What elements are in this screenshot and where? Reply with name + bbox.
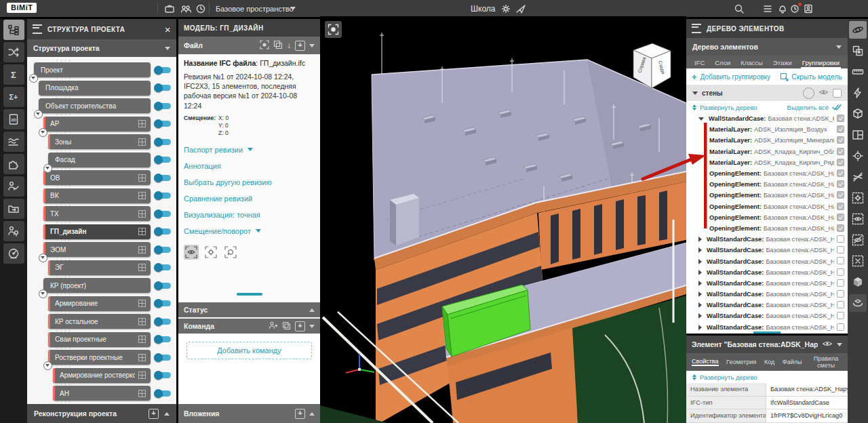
chevron-down-icon[interactable] xyxy=(837,343,842,346)
expand-icon[interactable] xyxy=(698,259,702,264)
select-all-link[interactable]: Выделить всё xyxy=(787,104,829,111)
grid-icon[interactable] xyxy=(138,390,146,397)
visibility-toggle[interactable] xyxy=(155,175,171,181)
close-icon[interactable]: × xyxy=(165,24,171,35)
plugins-tool-button[interactable] xyxy=(3,154,24,174)
tree-expander-icon[interactable] xyxy=(43,164,52,173)
tree-expander-icon[interactable] xyxy=(39,289,47,298)
tree-expander-icon[interactable] xyxy=(29,74,38,83)
grid-icon[interactable] xyxy=(138,138,146,146)
expand-tree-link[interactable]: Развернуть дерево xyxy=(700,104,757,111)
chevron-up-icon[interactable] xyxy=(309,412,315,416)
tree-row[interactable]: OpeningElement:Базовая стена:ADSK_Наружн… xyxy=(686,223,848,234)
tree-row[interactable]: MaterialLayer:ADSK_Изоляция_Минеральная_… xyxy=(686,135,848,146)
tree-row[interactable]: WallStandardCase:Базовая стена:ADSK_Нару… xyxy=(686,113,848,124)
row-checkbox[interactable] xyxy=(837,268,844,276)
reconstruction-section-bar[interactable]: Реконструкция проекта + xyxy=(27,404,176,423)
visibility-toggle[interactable] xyxy=(155,336,171,342)
shaded-view-button[interactable] xyxy=(849,273,867,291)
workspace-selector[interactable]: Базовое пространство xyxy=(216,0,294,17)
expand-icon[interactable] xyxy=(698,291,702,297)
dashboard-tool-button[interactable] xyxy=(3,243,24,264)
expand-icon[interactable] xyxy=(698,270,702,275)
grid-icon[interactable] xyxy=(138,120,146,127)
structure-item[interactable]: Объект строительства xyxy=(39,98,151,113)
assign-user-icon[interactable] xyxy=(269,321,278,331)
grid-icon[interactable] xyxy=(138,264,146,271)
color-circle-icon[interactable] xyxy=(803,87,814,99)
grid-icon[interactable] xyxy=(138,336,146,343)
visibility-toggle[interactable] xyxy=(155,355,171,361)
element-tab[interactable]: Правила сметы xyxy=(810,355,842,369)
structure-item[interactable]: ВК xyxy=(43,188,151,203)
grid-icon[interactable] xyxy=(138,300,146,307)
structure-item[interactable]: ГП_дизайн xyxy=(43,224,151,239)
tree-row[interactable]: WallStandardCase:Базовая стена:ADSK_Нару… xyxy=(686,289,848,300)
visibility-toggle[interactable] xyxy=(155,247,171,253)
tree-row[interactable]: MaterialLayer:ADSK_Кладка_Кирпич_Облицов… xyxy=(686,146,848,157)
measure-tool-button[interactable] xyxy=(849,63,867,81)
structure-item[interactable]: АР xyxy=(43,117,151,132)
panel-splitter-handle[interactable] xyxy=(237,293,262,296)
structure-item[interactable]: Зоны xyxy=(48,134,151,149)
tree-tab[interactable]: Слои xyxy=(713,58,732,68)
row-checkbox[interactable] xyxy=(837,224,844,232)
element-tab[interactable]: Код xyxy=(764,359,774,365)
tree-row[interactable]: WallStandardCase:Базовая стена:ADSK_Нару… xyxy=(686,256,848,266)
history-globe-icon[interactable] xyxy=(194,2,208,16)
structure-item[interactable]: Фасад xyxy=(48,153,151,167)
structure-item[interactable]: Сваи проектные xyxy=(48,332,151,347)
compare-revisions-icon[interactable] xyxy=(273,40,283,51)
row-checkbox[interactable] xyxy=(837,115,844,122)
chevron-up-icon[interactable] xyxy=(164,412,170,416)
structure-item[interactable]: КР остальное xyxy=(48,314,151,329)
show-selected-button[interactable] xyxy=(849,210,867,228)
approvals-tool-button[interactable] xyxy=(3,176,24,197)
hide-selected-button[interactable] xyxy=(849,231,867,249)
panel-menu-icon[interactable] xyxy=(33,24,42,34)
structure-item[interactable]: Ростверки проектные xyxy=(48,350,151,365)
drawings-2d-tool-button[interactable]: 2D xyxy=(3,109,24,129)
chevron-down-icon[interactable] xyxy=(290,7,296,10)
tree-row[interactable]: WallStandardCase:Базовая стена:ADSK_Нару… xyxy=(686,234,848,245)
row-checkbox[interactable] xyxy=(837,169,844,177)
row-checkbox[interactable] xyxy=(837,136,844,144)
group-row-walls[interactable]: стены xyxy=(686,85,848,101)
grid-icon[interactable] xyxy=(138,210,146,218)
visibility-toggle[interactable] xyxy=(155,390,171,397)
tree-row[interactable]: OpeningElement:Базовая стена:ADSK_Наружн… xyxy=(686,168,848,179)
tree-row[interactable]: WallStandardCase:Базовая стена:ADSK_Нару… xyxy=(686,310,848,321)
model-link[interactable]: Сравнение ревизий xyxy=(184,190,315,207)
tree-mode-dropdown[interactable]: Дерево элементов xyxy=(686,38,848,56)
visibility-toggle[interactable] xyxy=(155,319,171,325)
visibility-toggle[interactable] xyxy=(155,67,171,73)
expand-icon[interactable] xyxy=(698,302,702,308)
hide-edges-button[interactable] xyxy=(849,168,867,186)
sum-tool-button[interactable]: Σ xyxy=(3,64,24,85)
tree-row[interactable]: MaterialLayer:ADSK_Изоляция_Воздух xyxy=(686,124,848,135)
expand-icon[interactable] xyxy=(698,281,702,286)
project-settings-gear-icon[interactable] xyxy=(499,2,513,16)
hide-model-button[interactable]: Скрыть модель xyxy=(780,73,842,81)
tree-row[interactable]: WallStandardCase:Базовая стена:ADSK_Нару… xyxy=(686,278,848,289)
orbit-model-button[interactable] xyxy=(849,294,867,312)
viewport-3d[interactable]: Справа Сзади xyxy=(320,16,686,423)
tree-tab[interactable]: Этажи xyxy=(772,58,793,68)
orbit-tool-button[interactable] xyxy=(849,21,867,39)
menu-list-icon[interactable] xyxy=(761,2,774,16)
attachments-section-bar[interactable]: Вложения + xyxy=(178,404,320,423)
tree-expander-icon[interactable] xyxy=(39,254,47,262)
status-section-bar[interactable]: Статус xyxy=(178,302,320,317)
row-checkbox[interactable] xyxy=(837,191,844,199)
row-checkbox[interactable] xyxy=(837,323,844,331)
tree-row[interactable]: WallStandardCase:Базовая стена:ADSK_Нару… xyxy=(686,300,848,310)
structure-item[interactable]: Армирование xyxy=(48,296,151,311)
tree-row[interactable]: WallStandardCase:Базовая стена:ADSK_Нару… xyxy=(686,267,848,278)
clash-tool-button[interactable] xyxy=(849,84,867,102)
search-icon[interactable] xyxy=(732,2,746,16)
model-link[interactable]: Смещение/поворот xyxy=(184,223,315,239)
clear-selection-button[interactable] xyxy=(849,252,867,270)
recent-clock-icon[interactable] xyxy=(788,2,802,16)
add-icon[interactable]: + xyxy=(295,321,305,331)
personnel-location-tool-button[interactable] xyxy=(3,221,24,241)
